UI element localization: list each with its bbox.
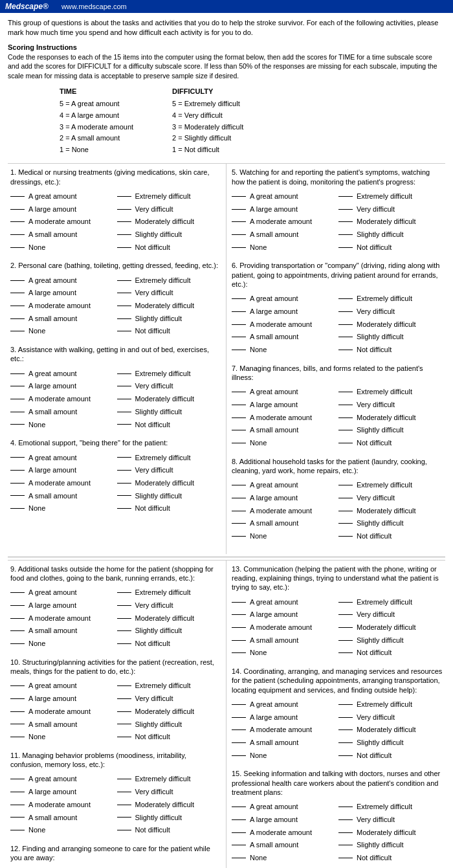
q3-small-time: A small amount — [10, 406, 115, 418]
q4-very-diff: Very difficult — [117, 464, 221, 476]
q14-slightly-diff: Slightly difficult — [338, 737, 443, 749]
time-item-5: 1 = None — [60, 144, 133, 156]
q8-extremely-diff: Extremely difficult — [338, 479, 443, 491]
q5-num: 5. — [232, 168, 238, 176]
q5-none-time: None — [232, 241, 336, 254]
q1-large-time: A large amount — [10, 203, 115, 216]
question-13: 13. Communication (helping the patient w… — [232, 564, 443, 659]
q4-small-time: A small amount — [10, 490, 115, 502]
q7-moderate-time: A moderate amount — [232, 412, 336, 424]
q8-great-time: A great amount — [232, 479, 336, 491]
q9-large-time: A large amount — [10, 599, 115, 612]
q8-moderate-time: A moderate amount — [232, 505, 336, 517]
q12-text: Finding and arranging someone to care fo… — [10, 845, 210, 862]
q4-num: 4. — [10, 439, 16, 447]
q1-small-time: A small amount — [10, 228, 115, 241]
q14-large-time: A large amount — [232, 711, 336, 724]
q14-moderate-time: A moderate amount — [232, 724, 336, 736]
q13-small-time: A small amount — [232, 634, 336, 647]
question-5: 5. Watching for and reporting the patien… — [232, 168, 443, 253]
q4-none-time: None — [10, 502, 115, 515]
difficulty-title: DIFFICULTY — [172, 86, 243, 98]
question-15: 15. Seeking information and talking with… — [232, 769, 443, 863]
q10-none-time: None — [10, 731, 115, 743]
q2-num: 2. — [10, 262, 16, 269]
q10-moderately-diff: Moderately difficult — [117, 706, 221, 718]
q8-text: Additional household tasks for the patie… — [232, 458, 427, 474]
q2-slightly-diff: Slightly difficult — [117, 313, 221, 325]
q9-text: Additional tasks outside the home for th… — [10, 565, 214, 582]
q1-extremely-diff: Extremely difficult — [117, 190, 221, 203]
scoring-instructions: Code the responses to each of the 15 ite… — [8, 52, 445, 81]
q13-very-diff: Very difficult — [338, 608, 443, 621]
q13-moderately-diff: Moderately difficult — [338, 621, 443, 634]
q3-great-time: A great amount — [10, 368, 115, 380]
q15-extremely-diff: Extremely difficult — [338, 801, 443, 813]
q10-num: 10. — [10, 658, 20, 666]
q7-none-time: None — [232, 437, 336, 449]
q1-slightly-diff: Slightly difficult — [117, 228, 221, 241]
q11-none-time: None — [10, 824, 115, 836]
q13-none-time: None — [232, 647, 336, 659]
question-2: 2. Personal care (bathing, toileting, ge… — [10, 261, 221, 337]
q8-moderately-diff: Moderately difficult — [338, 505, 443, 517]
q8-slightly-diff: Slightly difficult — [338, 517, 443, 529]
q1-num: 1. — [10, 168, 16, 176]
q6-num: 6. — [232, 262, 238, 269]
q11-text: Managing behavior problems (moodiness, i… — [10, 751, 186, 768]
q15-small-time: A small amount — [232, 839, 336, 851]
q6-text: Providing transportation or "company" (d… — [232, 262, 440, 288]
q1-none-time: None — [10, 241, 115, 254]
difficulty-item-4: 2 = Slightly difficult — [172, 133, 243, 144]
q9-slightly-diff: Slightly difficult — [117, 625, 221, 637]
q8-num: 8. — [232, 458, 238, 465]
q7-not-diff: Not difficult — [338, 437, 443, 449]
q6-moderately-diff: Moderately difficult — [338, 318, 443, 331]
q3-extremely-diff: Extremely difficult — [117, 368, 221, 380]
q8-not-diff: Not difficult — [338, 530, 443, 542]
q1-moderate-time: A moderate amount — [10, 216, 115, 228]
q7-text: Managing finances, bills, and forms rela… — [232, 364, 423, 381]
question-12: 12. Finding and arranging someone to car… — [10, 844, 221, 868]
q4-large-time: A large amount — [10, 464, 115, 476]
difficulty-item-5: 1 = Not difficult — [172, 144, 243, 156]
q11-not-diff: Not difficult — [117, 824, 221, 836]
q14-num: 14. — [232, 667, 241, 675]
q15-great-time: A great amount — [232, 801, 336, 813]
q13-extremely-diff: Extremely difficult — [338, 596, 443, 608]
q15-moderately-diff: Moderately difficult — [338, 827, 443, 839]
q6-not-diff: Not difficult — [338, 344, 443, 356]
q13-moderate-time: A moderate amount — [232, 621, 336, 634]
q5-large-time: A large amount — [232, 203, 336, 216]
time-item-2: 4 = A large amount — [60, 110, 133, 122]
question-4: 4. Emotional support, "being there" for … — [10, 438, 221, 515]
header: Medscape® www.medscape.com — [0, 0, 453, 13]
q6-large-time: A large amount — [232, 306, 336, 318]
q8-small-time: A small amount — [232, 517, 336, 529]
q4-moderate-time: A moderate amount — [10, 477, 115, 489]
q2-large-time: A large amount — [10, 287, 115, 299]
q14-not-diff: Not difficult — [338, 750, 443, 762]
q7-moderately-diff: Moderately difficult — [338, 412, 443, 424]
q10-large-time: A large amount — [10, 693, 115, 705]
question-9: 9. Additional tasks outside the home for… — [10, 564, 221, 650]
q9-very-diff: Very difficult — [117, 599, 221, 612]
q11-great-time: A great amount — [10, 773, 115, 785]
q3-very-diff: Very difficult — [117, 380, 221, 392]
q10-very-diff: Very difficult — [117, 693, 221, 705]
q1-moderately-diff: Moderately difficult — [117, 216, 221, 228]
q4-extremely-diff: Extremely difficult — [117, 452, 221, 464]
q10-slightly-diff: Slightly difficult — [117, 718, 221, 731]
q3-slightly-diff: Slightly difficult — [117, 406, 221, 418]
q15-moderate-time: A moderate amount — [232, 827, 336, 839]
q9-moderate-time: A moderate amount — [10, 612, 115, 625]
q5-very-diff: Very difficult — [338, 203, 443, 216]
q4-great-time: A great amount — [10, 452, 115, 464]
q9-none-time: None — [10, 638, 115, 650]
q11-small-time: A small amount — [10, 812, 115, 824]
q3-moderate-time: A moderate amount — [10, 393, 115, 405]
q4-text: Emotional support, "being there" for the… — [18, 439, 168, 447]
q14-none-time: None — [232, 750, 336, 762]
q6-very-diff: Very difficult — [338, 306, 443, 318]
q6-moderate-time: A moderate amount — [232, 318, 336, 331]
